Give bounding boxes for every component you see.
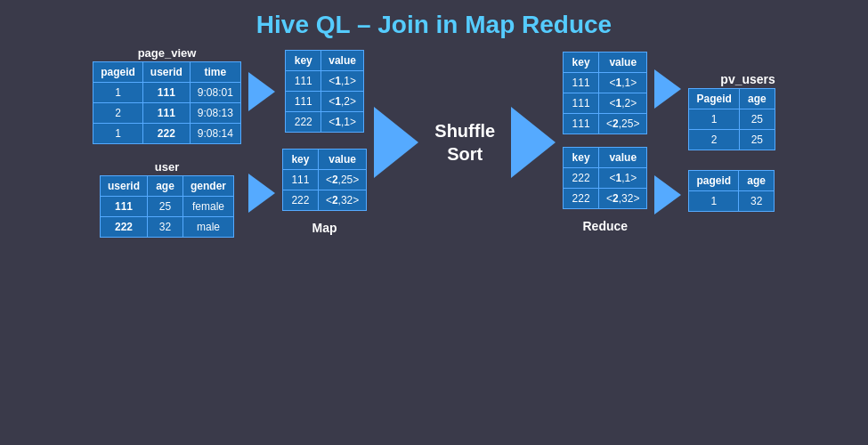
mt-col-key: key: [286, 50, 321, 70]
table-row: 222: [286, 111, 321, 132]
table-row: 222: [142, 124, 190, 144]
table-row: <1,1>: [599, 72, 647, 93]
u-col-userid: userid: [101, 176, 148, 197]
table-row: 9:08:14: [190, 124, 240, 144]
sb-col-value: value: [599, 147, 647, 167]
rt-col-age: age: [739, 89, 775, 109]
st-col-key: key: [564, 52, 599, 72]
mb-col-key: key: [282, 149, 318, 169]
table-row: <2,32>: [599, 188, 647, 208]
map-label: Map: [312, 221, 337, 235]
table-row: 111: [142, 103, 190, 124]
main-title: Hive QL – Join in Map Reduce: [0, 0, 868, 46]
result-bottom-table: pageid age 1 32: [688, 170, 775, 212]
rt-col-pageid: Pageid: [689, 89, 739, 109]
user-table: userid age gender 111 25 female 222 32 m…: [100, 175, 234, 238]
arrow-user-to-map: [248, 174, 275, 213]
shuffle-sort-label: ShuffleSort: [426, 112, 504, 173]
table-row: 25: [739, 130, 775, 150]
table-row: 111: [564, 72, 599, 93]
table-row: <2,25>: [599, 113, 647, 134]
u-col-age: age: [148, 176, 183, 197]
arrow-shuffle-to-reduce: [511, 107, 556, 178]
pv-col-time: time: [190, 62, 240, 83]
table-row: 2: [93, 103, 143, 124]
table-row: 1: [93, 83, 143, 103]
table-row: <1,2>: [321, 91, 364, 111]
table-row: 222: [564, 188, 599, 208]
rb-col-pageid: pageid: [689, 171, 739, 191]
table-row: 222: [101, 217, 148, 238]
table-row: 1: [689, 109, 739, 130]
arrow-shuffle-top-to-result: [654, 69, 681, 109]
pv-col-pageid: pageid: [93, 62, 143, 83]
table-row: 222: [282, 190, 318, 210]
table-row: female: [183, 197, 234, 217]
table-row: 111: [286, 70, 321, 91]
table-row: <1,1>: [321, 111, 364, 132]
pv-users-label: pv_users: [720, 72, 775, 86]
table-row: <1,1>: [599, 167, 647, 188]
map-top-table: key value 111 <1,1> 111 <1,2> 222 <1,1>: [285, 50, 364, 133]
table-row: 111: [286, 91, 321, 111]
user-label: user: [155, 160, 179, 174]
pv-col-userid: userid: [142, 62, 190, 83]
page-view-label: page_view: [138, 46, 197, 60]
arrow-pv-to-map: [248, 72, 275, 111]
table-row: <2,32>: [318, 190, 366, 210]
table-row: 25: [739, 109, 775, 130]
table-row: <1,1>: [321, 70, 364, 91]
result-top-table: Pageid age 1 25 2 25: [688, 88, 775, 150]
arrow-shuffle-bottom-to-result: [654, 175, 681, 214]
table-row: 111: [101, 197, 148, 217]
shuffle-top-table: key value 111 <1,1> 111 <1,2> 111 <2,25>: [563, 52, 647, 134]
table-row: 9:08:13: [190, 103, 240, 124]
table-row: 111: [564, 93, 599, 113]
table-row: 25: [148, 197, 183, 217]
table-row: 111: [282, 169, 318, 190]
table-row: 222: [564, 167, 599, 188]
mb-col-value: value: [318, 149, 366, 169]
arrow-map-to-shuffle: [374, 107, 418, 178]
table-row: 111: [564, 113, 599, 134]
table-row: 9:08:01: [190, 83, 240, 103]
page-view-table: pageid userid time 1 111 9:08:01 2 111 9…: [93, 61, 241, 144]
table-row: 32: [148, 217, 183, 238]
shuffle-bottom-table: key value 222 <1,1> 222 <2,32>: [563, 147, 647, 209]
table-row: 1: [689, 191, 739, 212]
table-row: 32: [739, 191, 775, 212]
reduce-label: Reduce: [582, 219, 628, 233]
table-row: 111: [142, 83, 190, 103]
mt-col-value: value: [321, 50, 364, 70]
table-row: 1: [93, 124, 143, 144]
rb-col-age: age: [739, 171, 775, 191]
st-col-value: value: [599, 52, 647, 72]
table-row: <2,25>: [318, 169, 366, 190]
map-bottom-table: key value 111 <2,25> 222 <2,32>: [282, 149, 367, 211]
table-row: male: [183, 217, 234, 238]
table-row: 2: [689, 130, 739, 150]
u-col-gender: gender: [183, 176, 234, 197]
table-row: <1,2>: [599, 93, 647, 113]
sb-col-key: key: [564, 147, 599, 167]
